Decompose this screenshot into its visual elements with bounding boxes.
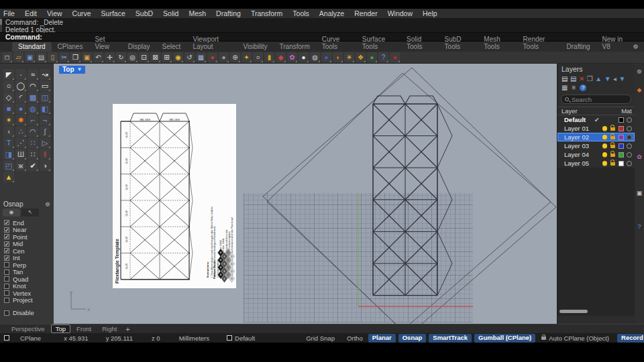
- gumball-tool-icon[interactable]: ❖: [356, 52, 366, 62]
- layer-material-circle[interactable]: [627, 135, 632, 140]
- toolbar-tab-mesh-tools[interactable]: Mesh Tools: [478, 35, 517, 52]
- layer-visibility-bulb-icon[interactable]: [602, 152, 607, 157]
- new-layer-icon[interactable]: ▤: [561, 76, 568, 82]
- help-icon[interactable]: ?: [378, 52, 388, 62]
- pan-icon[interactable]: ✛: [105, 52, 115, 62]
- menu-drafting[interactable]: Drafting: [216, 9, 241, 17]
- undo-view-icon[interactable]: ↺: [184, 52, 195, 62]
- toolbar-tab-new-in-v8[interactable]: New in V8: [596, 35, 633, 52]
- toolbar-tab-curve-tools[interactable]: Curve Tools: [316, 35, 356, 52]
- toolbar-tab-visibility[interactable]: Visibility: [237, 42, 274, 52]
- toolbar-tab-display[interactable]: Display: [122, 42, 156, 52]
- arc-icon[interactable]: ◠: [28, 80, 38, 91]
- menu-transform[interactable]: Transform: [251, 9, 282, 17]
- copy-icon[interactable]: ❐: [70, 52, 80, 62]
- paste-icon[interactable]: ▣: [82, 52, 92, 62]
- curve-handle-icon[interactable]: ↝: [40, 69, 50, 80]
- menu-mesh[interactable]: Mesh: [189, 9, 206, 17]
- zoom-extents-icon[interactable]: ⊞: [162, 52, 172, 62]
- rectangle-icon[interactable]: ▭: [40, 80, 50, 91]
- layer-color-swatch[interactable]: [619, 161, 624, 166]
- render-sphere-icon[interactable]: ●: [299, 52, 309, 62]
- layers-horizontal-scrollbar[interactable]: [559, 310, 588, 313]
- menu-window[interactable]: Window: [388, 9, 413, 17]
- monitor-tab-icon[interactable]: ▣: [635, 189, 643, 197]
- array-grid-icon[interactable]: ∷: [28, 149, 38, 160]
- help-icon[interactable]: ?: [580, 84, 586, 91]
- ellipse-icon[interactable]: ◯: [15, 80, 26, 91]
- walkabout-gray-icon[interactable]: ●: [219, 52, 229, 62]
- osnap-checkbox-project[interactable]: [4, 298, 9, 303]
- osnap-checkbox-int[interactable]: ✓: [4, 255, 9, 261]
- menu-analyze[interactable]: Analyze: [319, 9, 344, 17]
- osnap-checkbox-quad[interactable]: [4, 276, 9, 282]
- viewport-tab-perspective[interactable]: Perspective: [7, 325, 50, 333]
- curve-blend-icon[interactable]: ∫: [40, 126, 50, 137]
- viewport-tab-top[interactable]: Top: [51, 324, 70, 333]
- menu-view[interactable]: View: [47, 9, 62, 17]
- layer-material-circle[interactable]: [627, 152, 632, 158]
- layer-lock-icon[interactable]: [610, 154, 615, 158]
- mesh-box-icon[interactable]: ▩: [28, 92, 38, 103]
- layer-visibility-bulb-icon[interactable]: [602, 135, 607, 139]
- osnap-checkbox-end[interactable]: ✓: [4, 220, 9, 225]
- layer-color-swatch[interactable]: [619, 117, 624, 123]
- new-sublayer-icon[interactable]: ▤: [570, 76, 576, 82]
- toolbar-tab-standard[interactable]: Standard: [12, 42, 52, 52]
- help-tab-icon[interactable]: ?: [635, 223, 643, 231]
- print-icon[interactable]: ▤: [36, 52, 46, 62]
- viewport-tab-front[interactable]: Front: [72, 325, 96, 333]
- menu-solid[interactable]: Solid: [163, 9, 178, 17]
- osnap-checkbox-perp[interactable]: [4, 262, 9, 267]
- toolbar-tab-cplanes[interactable]: CPlanes: [52, 42, 89, 52]
- cplane-selector[interactable]: CPlane: [20, 335, 41, 342]
- move-down-icon[interactable]: ▼: [604, 76, 611, 82]
- osnap-checkbox-vertex[interactable]: [4, 290, 9, 296]
- layer-lock-icon[interactable]: [610, 136, 615, 140]
- toolbar-tab-set-view[interactable]: Set View: [89, 35, 121, 52]
- layer-visibility-bulb-icon[interactable]: [602, 161, 607, 166]
- menu-surface[interactable]: Surface: [101, 9, 125, 17]
- material-paint-icon[interactable]: ◗: [333, 52, 343, 62]
- menu-subd[interactable]: SubD: [136, 9, 153, 17]
- osnap-tab-snaps[interactable]: ◉: [3, 208, 20, 217]
- set-cplane-icon[interactable]: ⊕: [230, 52, 240, 62]
- layer-color-swatch[interactable]: [619, 143, 624, 149]
- layers-gear-icon[interactable]: ☸: [635, 68, 643, 76]
- save-icon[interactable]: ▣: [25, 52, 35, 62]
- toolbar-tab-select[interactable]: Select: [156, 42, 187, 52]
- surface-corner-icon[interactable]: ◨: [3, 149, 14, 160]
- osnap-checkbox-mid[interactable]: ✓: [4, 241, 9, 247]
- boolean-diff-icon[interactable]: ◖: [3, 126, 14, 137]
- toolbar-tab-drafting[interactable]: Drafting: [561, 42, 596, 52]
- viewport-title-menu[interactable]: Top ▼: [59, 66, 85, 74]
- layer-color-swatch[interactable]: [619, 152, 624, 158]
- filter-icon[interactable]: ▼: [619, 76, 626, 82]
- cone-icon[interactable]: ▲: [3, 172, 14, 182]
- osnap-checkbox-disable[interactable]: [4, 310, 9, 316]
- layer-material-circle[interactable]: [627, 161, 632, 166]
- zoom-selected-icon[interactable]: ⊠: [150, 52, 160, 62]
- explode-icon[interactable]: ✹: [15, 115, 26, 125]
- units-selector[interactable]: Millimeters: [179, 335, 209, 342]
- chat-icon[interactable]: ●: [390, 52, 400, 62]
- zoom-window-icon[interactable]: ⊡: [139, 52, 149, 62]
- record-history-toggle[interactable]: Record History: [617, 334, 644, 343]
- layer-row-layer-04[interactable]: Layer 04: [557, 150, 635, 159]
- layer-row-default[interactable]: Default✔: [557, 115, 635, 124]
- planar-toggle[interactable]: Planar: [368, 334, 396, 343]
- layer-lock-icon[interactable]: [610, 145, 615, 149]
- curvature-comb-icon[interactable]: Ш: [15, 149, 26, 160]
- statusbar-swatch-icon[interactable]: [4, 335, 9, 341]
- slab-icon[interactable]: ◧: [40, 103, 50, 114]
- osnap-checkbox-tan[interactable]: [4, 269, 9, 275]
- extrude-icon[interactable]: ◫: [40, 92, 50, 103]
- text-icon[interactable]: T: [3, 137, 14, 148]
- osnap-checkbox-knot[interactable]: [4, 284, 9, 289]
- pipe-2-icon[interactable]: ¬: [40, 115, 50, 125]
- ortho-toggle[interactable]: Ortho: [347, 335, 363, 342]
- arc-blend-icon[interactable]: ◠: [28, 126, 38, 137]
- layer-material-circle[interactable]: [627, 117, 632, 123]
- toolbar-tab-render-tools[interactable]: Render Tools: [517, 35, 561, 52]
- move-points-icon[interactable]: ∷: [28, 137, 38, 148]
